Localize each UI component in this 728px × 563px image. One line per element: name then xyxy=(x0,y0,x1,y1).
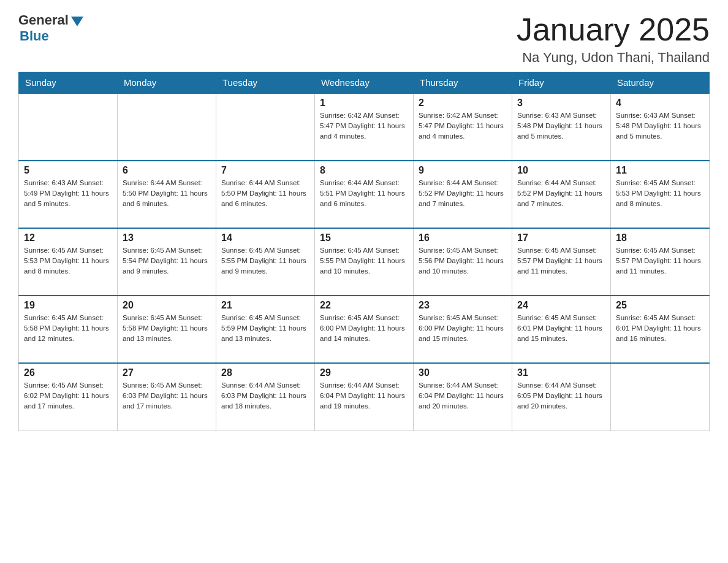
day-info: Sunrise: 6:44 AM Sunset: 5:50 PM Dayligh… xyxy=(123,178,211,209)
day-info: Sunrise: 6:44 AM Sunset: 5:50 PM Dayligh… xyxy=(221,178,309,209)
day-number: 2 xyxy=(419,98,507,109)
day-info: Sunrise: 6:45 AM Sunset: 6:01 PM Dayligh… xyxy=(517,313,605,343)
day-info: Sunrise: 6:42 AM Sunset: 5:47 PM Dayligh… xyxy=(419,110,507,141)
day-number: 31 xyxy=(517,367,605,378)
day-info: Sunrise: 6:44 AM Sunset: 5:52 PM Dayligh… xyxy=(419,178,507,209)
day-number: 1 xyxy=(320,98,408,109)
day-info: Sunrise: 6:44 AM Sunset: 5:52 PM Dayligh… xyxy=(517,178,605,209)
day-info: Sunrise: 6:45 AM Sunset: 5:58 PM Dayligh… xyxy=(24,313,112,343)
calendar-week-row: 1Sunrise: 6:42 AM Sunset: 5:47 PM Daylig… xyxy=(19,93,710,161)
calendar-week-row: 12Sunrise: 6:45 AM Sunset: 5:53 PM Dayli… xyxy=(19,228,710,296)
calendar-header-thursday: Thursday xyxy=(414,72,512,94)
day-info: Sunrise: 6:45 AM Sunset: 5:55 PM Dayligh… xyxy=(320,245,408,276)
month-title: January 2025 xyxy=(517,12,710,47)
day-info: Sunrise: 6:45 AM Sunset: 5:58 PM Dayligh… xyxy=(123,313,211,343)
calendar-cell: 25Sunrise: 6:45 AM Sunset: 6:01 PM Dayli… xyxy=(611,296,710,363)
calendar-cell: 20Sunrise: 6:45 AM Sunset: 5:58 PM Dayli… xyxy=(118,296,216,363)
calendar-cell: 22Sunrise: 6:45 AM Sunset: 6:00 PM Dayli… xyxy=(315,296,414,363)
calendar-cell: 16Sunrise: 6:45 AM Sunset: 5:56 PM Dayli… xyxy=(414,228,512,296)
day-number: 8 xyxy=(320,165,408,176)
day-number: 7 xyxy=(221,165,309,176)
calendar-cell: 13Sunrise: 6:45 AM Sunset: 5:54 PM Dayli… xyxy=(118,228,216,296)
day-info: Sunrise: 6:45 AM Sunset: 6:01 PM Dayligh… xyxy=(616,313,704,343)
calendar-cell: 4Sunrise: 6:43 AM Sunset: 5:48 PM Daylig… xyxy=(611,93,710,161)
day-info: Sunrise: 6:45 AM Sunset: 5:53 PM Dayligh… xyxy=(616,178,704,209)
day-info: Sunrise: 6:45 AM Sunset: 5:54 PM Dayligh… xyxy=(123,245,211,276)
day-number: 11 xyxy=(616,165,704,176)
day-number: 10 xyxy=(517,165,605,176)
day-number: 15 xyxy=(320,232,408,243)
day-info: Sunrise: 6:43 AM Sunset: 5:49 PM Dayligh… xyxy=(24,178,112,209)
calendar-cell: 28Sunrise: 6:44 AM Sunset: 6:03 PM Dayli… xyxy=(216,363,315,431)
day-number: 14 xyxy=(221,232,309,243)
day-info: Sunrise: 6:44 AM Sunset: 6:04 PM Dayligh… xyxy=(320,380,408,411)
calendar-cell xyxy=(611,363,710,431)
day-number: 16 xyxy=(419,232,507,243)
calendar-cell: 15Sunrise: 6:45 AM Sunset: 5:55 PM Dayli… xyxy=(315,228,414,296)
calendar-cell xyxy=(118,93,216,161)
calendar-cell: 29Sunrise: 6:44 AM Sunset: 6:04 PM Dayli… xyxy=(315,363,414,431)
calendar-cell: 31Sunrise: 6:44 AM Sunset: 6:05 PM Dayli… xyxy=(512,363,611,431)
calendar-header-wednesday: Wednesday xyxy=(315,72,414,94)
logo-arrow-icon xyxy=(71,17,83,26)
calendar-week-row: 19Sunrise: 6:45 AM Sunset: 5:58 PM Dayli… xyxy=(19,296,710,363)
day-info: Sunrise: 6:45 AM Sunset: 5:57 PM Dayligh… xyxy=(616,245,704,276)
day-number: 18 xyxy=(616,232,704,243)
calendar-cell: 18Sunrise: 6:45 AM Sunset: 5:57 PM Dayli… xyxy=(611,228,710,296)
day-info: Sunrise: 6:45 AM Sunset: 6:00 PM Dayligh… xyxy=(320,313,408,343)
day-number: 28 xyxy=(221,367,309,378)
day-info: Sunrise: 6:43 AM Sunset: 5:48 PM Dayligh… xyxy=(517,110,605,141)
day-info: Sunrise: 6:42 AM Sunset: 5:47 PM Dayligh… xyxy=(320,110,408,141)
calendar-header-friday: Friday xyxy=(512,72,611,94)
day-info: Sunrise: 6:44 AM Sunset: 6:05 PM Dayligh… xyxy=(517,380,605,411)
day-info: Sunrise: 6:45 AM Sunset: 6:02 PM Dayligh… xyxy=(24,380,112,411)
calendar-cell: 8Sunrise: 6:44 AM Sunset: 5:51 PM Daylig… xyxy=(315,161,414,228)
day-info: Sunrise: 6:45 AM Sunset: 6:00 PM Dayligh… xyxy=(419,313,507,343)
day-info: Sunrise: 6:45 AM Sunset: 5:59 PM Dayligh… xyxy=(221,313,309,343)
day-number: 21 xyxy=(221,300,309,311)
calendar-cell: 19Sunrise: 6:45 AM Sunset: 5:58 PM Dayli… xyxy=(19,296,118,363)
day-info: Sunrise: 6:44 AM Sunset: 6:03 PM Dayligh… xyxy=(221,380,309,411)
day-number: 25 xyxy=(616,300,704,311)
day-info: Sunrise: 6:44 AM Sunset: 6:04 PM Dayligh… xyxy=(419,380,507,411)
calendar-cell: 2Sunrise: 6:42 AM Sunset: 5:47 PM Daylig… xyxy=(414,93,512,161)
calendar-table: SundayMondayTuesdayWednesdayThursdayFrid… xyxy=(18,72,710,431)
calendar-header-row: SundayMondayTuesdayWednesdayThursdayFrid… xyxy=(19,72,710,94)
day-number: 27 xyxy=(123,367,211,378)
calendar-cell: 24Sunrise: 6:45 AM Sunset: 6:01 PM Dayli… xyxy=(512,296,611,363)
calendar-cell: 11Sunrise: 6:45 AM Sunset: 5:53 PM Dayli… xyxy=(611,161,710,228)
logo-general-text: General xyxy=(18,12,69,28)
calendar-cell xyxy=(216,93,315,161)
calendar-cell: 21Sunrise: 6:45 AM Sunset: 5:59 PM Dayli… xyxy=(216,296,315,363)
day-number: 5 xyxy=(24,165,112,176)
calendar-cell: 1Sunrise: 6:42 AM Sunset: 5:47 PM Daylig… xyxy=(315,93,414,161)
day-number: 17 xyxy=(517,232,605,243)
calendar-week-row: 26Sunrise: 6:45 AM Sunset: 6:02 PM Dayli… xyxy=(19,363,710,431)
day-info: Sunrise: 6:43 AM Sunset: 5:48 PM Dayligh… xyxy=(616,110,704,141)
day-number: 4 xyxy=(616,98,704,109)
calendar-cell: 12Sunrise: 6:45 AM Sunset: 5:53 PM Dayli… xyxy=(19,228,118,296)
calendar-cell: 6Sunrise: 6:44 AM Sunset: 5:50 PM Daylig… xyxy=(118,161,216,228)
calendar-cell: 27Sunrise: 6:45 AM Sunset: 6:03 PM Dayli… xyxy=(118,363,216,431)
calendar-cell: 9Sunrise: 6:44 AM Sunset: 5:52 PM Daylig… xyxy=(414,161,512,228)
day-info: Sunrise: 6:45 AM Sunset: 5:56 PM Dayligh… xyxy=(419,245,507,276)
day-info: Sunrise: 6:45 AM Sunset: 5:55 PM Dayligh… xyxy=(221,245,309,276)
day-number: 29 xyxy=(320,367,408,378)
calendar-header-monday: Monday xyxy=(118,72,216,94)
day-info: Sunrise: 6:44 AM Sunset: 5:51 PM Dayligh… xyxy=(320,178,408,209)
calendar-cell: 23Sunrise: 6:45 AM Sunset: 6:00 PM Dayli… xyxy=(414,296,512,363)
day-number: 30 xyxy=(419,367,507,378)
day-number: 19 xyxy=(24,300,112,311)
day-number: 9 xyxy=(419,165,507,176)
calendar-cell: 3Sunrise: 6:43 AM Sunset: 5:48 PM Daylig… xyxy=(512,93,611,161)
day-info: Sunrise: 6:45 AM Sunset: 5:57 PM Dayligh… xyxy=(517,245,605,276)
calendar-week-row: 5Sunrise: 6:43 AM Sunset: 5:49 PM Daylig… xyxy=(19,161,710,228)
day-number: 20 xyxy=(123,300,211,311)
logo: General Blue xyxy=(18,12,83,44)
day-number: 26 xyxy=(24,367,112,378)
calendar-cell: 7Sunrise: 6:44 AM Sunset: 5:50 PM Daylig… xyxy=(216,161,315,228)
logo-blue-text: Blue xyxy=(20,28,49,44)
day-number: 3 xyxy=(517,98,605,109)
page-header: General Blue January 2025 Na Yung, Udon … xyxy=(18,12,710,66)
calendar-header-saturday: Saturday xyxy=(611,72,710,94)
